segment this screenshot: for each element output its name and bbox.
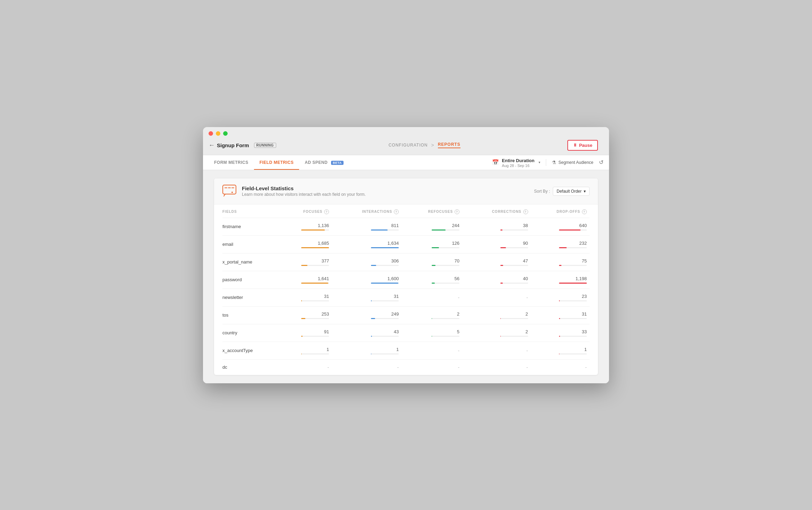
table-row: email 1,685 1,634 126 90 (222, 235, 590, 253)
metric-bar (500, 318, 528, 319)
metric-value: 2 (525, 311, 528, 317)
metric-cell: 253 (277, 306, 332, 324)
metric-cell: 75 (531, 253, 590, 271)
field-name: dc (222, 359, 277, 375)
dropoffs-help-icon[interactable]: ? (582, 209, 587, 214)
metric-value: 90 (523, 241, 528, 246)
title-bar: ← Signup Form RUNNING CONFIGURATION > RE… (203, 127, 609, 155)
nav-controls: 📅 Entire Duration Aug 28 - Sep 16 ▾ ⚗ Se… (492, 157, 603, 168)
metric-cell: 47 (462, 253, 531, 271)
table-row: x_portal_name 377 306 70 47 (222, 253, 590, 271)
table-row: firstname 1,136 811 244 38 (222, 218, 590, 235)
metric-value: 31 (582, 311, 587, 317)
stats-icon-wrap (222, 185, 236, 198)
metric-bar (500, 229, 528, 231)
metric-cell: - (462, 342, 531, 359)
sort-control: Sort By : Default Order ▾ (534, 187, 590, 196)
metric-bar (559, 283, 587, 284)
metric-value: 75 (582, 258, 587, 264)
sort-label: Sort By : (534, 189, 550, 194)
metric-value: 1 (396, 347, 399, 352)
metric-bar (559, 353, 587, 354)
svg-rect-2 (228, 187, 231, 188)
col-corrections: CORRECTIONS ? (462, 204, 531, 218)
refresh-button[interactable]: ↺ (599, 159, 603, 166)
chat-form-icon (222, 185, 236, 197)
refocuses-help-icon[interactable]: ? (455, 209, 459, 214)
tab-form-metrics[interactable]: FORM METRICS (209, 155, 254, 170)
app-header: ← Signup Form RUNNING CONFIGURATION > RE… (209, 140, 603, 155)
filter-icon: ⚗ (552, 160, 556, 165)
metric-cell: 126 (401, 235, 462, 253)
metric-bar (371, 318, 399, 319)
metric-bar (500, 283, 528, 284)
table-row: tos 253 249 2 2 (222, 306, 590, 324)
metric-value: 1,641 (318, 276, 329, 281)
breadcrumb-config[interactable]: CONFIGURATION (389, 143, 428, 148)
pause-button[interactable]: ⏸ Pause (567, 140, 598, 151)
metric-value: 1,600 (388, 276, 399, 281)
interactions-help-icon[interactable]: ? (394, 209, 399, 214)
metric-bar (371, 247, 399, 248)
table-row: country 91 43 5 2 (222, 324, 590, 342)
metric-bar (301, 336, 329, 337)
back-button[interactable]: ← Signup Form RUNNING (209, 142, 276, 149)
metric-bar (500, 265, 528, 266)
metric-value: 31 (394, 294, 399, 299)
field-name: firstname (222, 218, 277, 235)
app-window: ← Signup Form RUNNING CONFIGURATION > RE… (203, 127, 609, 383)
metric-bar (301, 318, 329, 319)
calendar-icon: 📅 (492, 159, 499, 166)
metric-value: 811 (391, 223, 399, 228)
svg-rect-3 (231, 187, 234, 188)
maximize-button[interactable] (223, 131, 228, 136)
metric-bar (500, 336, 528, 337)
col-refocuses: REFOCUSES ? (401, 204, 462, 218)
sort-dropdown[interactable]: Default Order ▾ (553, 187, 590, 196)
metric-cell: - (401, 359, 462, 375)
metric-bar (432, 265, 459, 266)
date-picker[interactable]: 📅 Entire Duration Aug 28 - Sep 16 ▾ (492, 157, 540, 168)
main-content: Field-Level Statistics Learn more about … (203, 170, 609, 383)
col-fields: FIELDS (222, 204, 277, 218)
focuses-help-icon[interactable]: ? (324, 209, 329, 214)
metric-value: 47 (523, 258, 528, 264)
metric-dash: - (526, 365, 528, 370)
metric-bar (559, 336, 587, 337)
metric-cell: - (332, 359, 401, 375)
metric-value: 70 (455, 258, 459, 264)
field-name: tos (222, 306, 277, 324)
metric-cell: 1,198 (531, 271, 590, 289)
metric-cell: 2 (462, 306, 531, 324)
svg-rect-1 (225, 187, 227, 188)
date-label: Entire Duration (502, 158, 534, 163)
metric-value: 5 (457, 329, 459, 334)
metric-value: 126 (452, 241, 459, 246)
metric-dash: - (458, 365, 459, 370)
metric-bar (301, 300, 329, 301)
segment-audience-button[interactable]: ⚗ Segment Audience (552, 160, 593, 165)
minimize-button[interactable] (216, 131, 220, 136)
running-badge: RUNNING (254, 143, 276, 148)
metric-value: 1,136 (318, 223, 329, 228)
metric-bar (559, 300, 587, 301)
metric-bar (371, 229, 399, 231)
corrections-help-icon[interactable]: ? (523, 209, 528, 214)
tab-ad-spend[interactable]: AD SPEND BETA (299, 155, 349, 170)
tab-field-metrics[interactable]: FIELD METRICS (254, 155, 299, 170)
metric-cell: - (462, 359, 531, 375)
metric-value: 1,634 (388, 241, 399, 246)
stats-table-container: FIELDS FOCUSES ? INTERACTIONS (214, 204, 598, 375)
metric-cell: 1,600 (332, 271, 401, 289)
field-name: newsletter (222, 289, 277, 306)
metric-bar (559, 247, 587, 248)
metric-dash: - (526, 295, 528, 300)
metric-bar (432, 229, 459, 231)
metric-bar (371, 336, 399, 337)
metric-bar (432, 247, 459, 248)
close-button[interactable] (209, 131, 213, 136)
breadcrumb-reports[interactable]: REPORTS (438, 142, 460, 148)
chevron-down-icon: ▾ (539, 160, 540, 164)
metric-cell: 5 (401, 324, 462, 342)
metric-bar (559, 318, 587, 319)
